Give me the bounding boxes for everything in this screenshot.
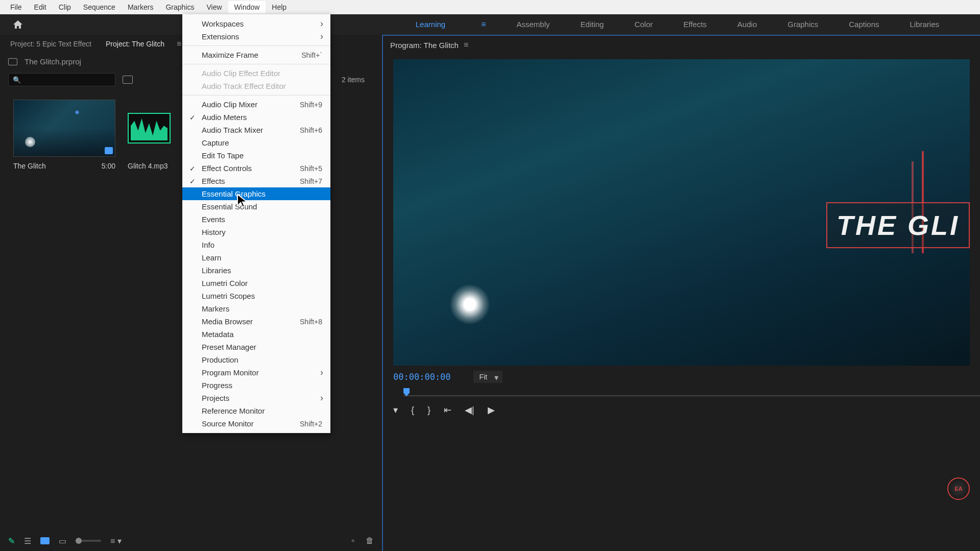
tab-project-2[interactable]: Project: The Glitch — [101, 37, 170, 51]
scrubber[interactable] — [403, 388, 980, 400]
menu-item-maximize-frame[interactable]: Maximize FrameShift+` — [182, 49, 330, 61]
workspace-audio[interactable]: Audio — [737, 20, 757, 29]
menu-item-media-browser[interactable]: Media BrowserShift+8 — [182, 315, 330, 328]
menu-item-effect-controls[interactable]: Effect ControlsShift+5 — [182, 162, 330, 175]
search-input[interactable]: 🔍 — [8, 73, 115, 86]
freeform-view-icon[interactable]: ▭ — [59, 536, 66, 546]
menu-item-label: Audio Meters — [202, 113, 247, 122]
menu-item-reference-monitor[interactable]: Reference Monitor — [182, 404, 330, 417]
clip-name: Glitch 4.mp3 — [128, 162, 168, 170]
menu-sequence[interactable]: Sequence — [77, 1, 122, 13]
menu-shortcut: Shift+8 — [300, 318, 322, 326]
clip-item[interactable]: Glitch 4.mp3 — [128, 100, 171, 170]
program-menu-icon[interactable]: ≡ — [464, 40, 468, 50]
zoom-fit-select[interactable]: Fit — [473, 371, 503, 383]
menu-item-projects[interactable]: Projects — [182, 392, 330, 404]
menu-item-history[interactable]: History — [182, 226, 330, 238]
workspace-captions[interactable]: Captions — [849, 20, 879, 29]
menu-item-source-monitor[interactable]: Source MonitorShift+2 — [182, 417, 330, 430]
mark-in-icon[interactable]: ▾ — [393, 404, 398, 416]
menu-item-label: Projects — [202, 394, 229, 402]
project-filename: The Glitch.prproj — [25, 57, 81, 66]
menu-item-essential-sound[interactable]: Essential Sound — [182, 200, 330, 213]
workspace-color[interactable]: Color — [634, 20, 653, 29]
menu-item-essential-graphics[interactable]: Essential Graphics — [182, 187, 330, 200]
step-back-icon[interactable]: ◀| — [465, 404, 474, 416]
menu-item-metadata[interactable]: Metadata — [182, 328, 330, 341]
menu-item-label: Learn — [202, 253, 221, 262]
menu-item-production[interactable]: Production — [182, 353, 330, 366]
menu-shortcut: Shift+2 — [300, 420, 322, 428]
menu-item-label: Capture — [202, 138, 229, 147]
menu-markers[interactable]: Markers — [122, 1, 160, 13]
menu-clip[interactable]: Clip — [53, 1, 77, 13]
menu-item-preset-manager[interactable]: Preset Manager — [182, 341, 330, 353]
clip-duration: 5:00 — [102, 162, 115, 170]
program-viewport[interactable]: THE GLI — [393, 59, 970, 366]
menu-item-markers[interactable]: Markers — [182, 302, 330, 315]
menu-item-label: Audio Clip Effect Editor — [202, 69, 280, 78]
workspace-assembly[interactable]: Assembly — [517, 20, 550, 29]
menu-item-label: Effect Controls — [202, 164, 252, 173]
menu-item-audio-meters[interactable]: Audio Meters — [182, 111, 330, 124]
menu-item-audio-clip-mixer[interactable]: Audio Clip MixerShift+9 — [182, 98, 330, 111]
menu-item-capture[interactable]: Capture — [182, 136, 330, 149]
menu-item-progress[interactable]: Progress — [182, 379, 330, 392]
pencil-icon[interactable]: ✎ — [8, 536, 15, 546]
audio-thumbnail — [128, 113, 171, 143]
trash-icon[interactable]: 🗑 — [366, 536, 374, 545]
sort-icon[interactable]: ≡ ▾ — [110, 536, 122, 546]
menu-item-label: History — [202, 228, 226, 236]
workspace-libraries[interactable]: Libraries — [910, 20, 939, 29]
bin-icon[interactable] — [8, 58, 17, 65]
menu-item-label: Source Monitor — [202, 419, 254, 428]
workspace-graphics[interactable]: Graphics — [787, 20, 818, 29]
menu-item-libraries[interactable]: Libraries — [182, 264, 330, 277]
transport-controls: ▾ { } ⇤ ◀| ▶ — [383, 400, 980, 420]
menu-item-learn[interactable]: Learn — [182, 251, 330, 264]
ea-badge: EA — [947, 477, 970, 500]
menu-item-label: Audio Track Effect Editor — [202, 82, 286, 90]
mark-out-icon[interactable]: { — [411, 405, 414, 416]
new-item-icon[interactable]: ▫ — [351, 536, 354, 545]
clip-thumbnail — [13, 100, 115, 157]
menu-view[interactable]: View — [200, 1, 228, 13]
menu-item-edit-to-tape[interactable]: Edit To Tape — [182, 149, 330, 162]
menu-window[interactable]: Window — [228, 1, 266, 13]
menu-item-events[interactable]: Events — [182, 213, 330, 226]
new-bin-button[interactable] — [123, 76, 133, 84]
menu-file[interactable]: File — [4, 1, 28, 13]
clip-item[interactable]: The Glitch 5:00 — [13, 100, 115, 170]
play-icon[interactable]: ▶ — [488, 404, 495, 416]
menu-item-label: Program Monitor — [202, 368, 259, 377]
project-bottom-bar: ✎ ☰ ▭ ≡ ▾ ▫ 🗑 — [0, 531, 382, 551]
title-graphic[interactable]: THE GLI — [826, 202, 970, 248]
icon-view-icon[interactable] — [40, 537, 50, 544]
mark-clip-icon[interactable]: } — [427, 405, 431, 416]
zoom-slider[interactable] — [76, 540, 101, 542]
menu-item-effects[interactable]: EffectsShift+7 — [182, 175, 330, 187]
home-button[interactable] — [10, 17, 26, 32]
list-view-icon[interactable]: ☰ — [24, 536, 31, 546]
menu-item-info[interactable]: Info — [182, 238, 330, 251]
menu-item-label: Workspaces — [202, 19, 244, 28]
menu-graphics[interactable]: Graphics — [159, 1, 200, 13]
timecode[interactable]: 00:00:00:00 — [393, 372, 451, 382]
workspace-learning[interactable]: Learning — [416, 20, 445, 29]
menu-item-lumetri-color[interactable]: Lumetri Color — [182, 277, 330, 290]
menu-edit[interactable]: Edit — [28, 1, 53, 13]
workspace-editing[interactable]: Editing — [581, 20, 604, 29]
workspace-effects[interactable]: Effects — [683, 20, 707, 29]
tab-project-1[interactable]: Project: 5 Epic Text Effect — [5, 37, 97, 51]
menu-item-lumetri-scopes[interactable]: Lumetri Scopes — [182, 290, 330, 302]
menu-item-extensions[interactable]: Extensions — [182, 30, 330, 43]
workspace-menu-icon[interactable]: ≡ — [481, 20, 486, 29]
menu-item-label: Maximize Frame — [202, 51, 258, 59]
menu-item-workspaces[interactable]: Workspaces — [182, 17, 330, 30]
menu-help[interactable]: Help — [266, 1, 293, 13]
menu-item-audio-track-mixer[interactable]: Audio Track MixerShift+6 — [182, 124, 330, 136]
toolbar: Learning ≡ Assembly Editing Color Effect… — [0, 14, 980, 35]
tab-menu-icon[interactable]: ≡ — [177, 39, 181, 49]
menu-item-program-monitor[interactable]: Program Monitor — [182, 366, 330, 379]
go-to-in-icon[interactable]: ⇤ — [444, 404, 451, 416]
